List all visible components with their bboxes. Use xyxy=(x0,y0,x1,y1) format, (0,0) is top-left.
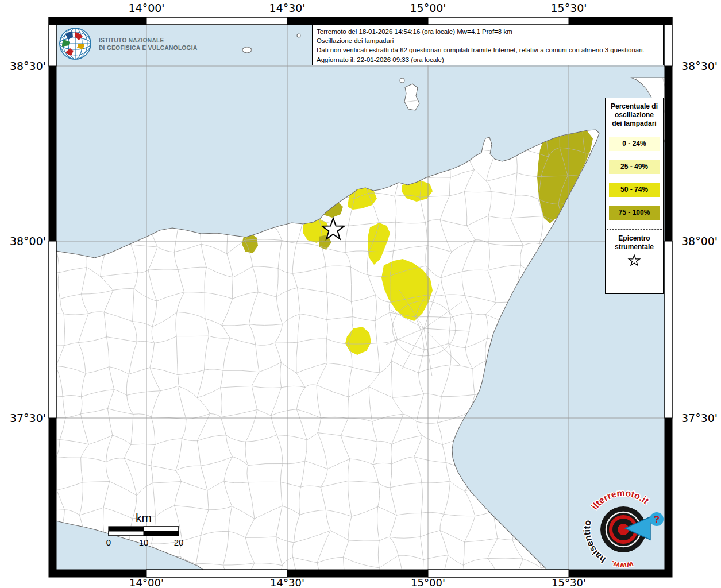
legend-swatch-75-100: 75 - 100% xyxy=(609,206,660,220)
scale-tick-20: 20 xyxy=(174,537,184,547)
ingv-title: ISTITUTO NAZIONALE DI GEOFISICA E VULCAN… xyxy=(99,37,198,52)
haisentitoilterremoto-icon: ? haisentito ilterremoto.it www. xyxy=(575,483,678,584)
ingv-logo-block: ISTITUTO NAZIONALE DI GEOFISICA E VULCAN… xyxy=(57,26,198,62)
legend: Percentuale di oscillazione dei lampadar… xyxy=(605,98,664,294)
info-box: Terremoto del 18-01-2026 14:54:16 (ora l… xyxy=(312,25,664,65)
info-line-event: Terremoto del 18-01-2026 14:54:16 (ora l… xyxy=(317,27,659,36)
scale-bar-graphic xyxy=(101,525,187,537)
axis-label-right-1: 38°30' xyxy=(681,60,721,72)
axis-label-left-1: 38°30' xyxy=(1,60,46,72)
haisentitoilterremoto-logo: ? haisentito ilterremoto.it www. xyxy=(575,483,678,584)
legend-swatch-25-49: 25 - 49% xyxy=(609,160,660,174)
scale-unit-label: km xyxy=(109,511,179,525)
axis-label-bottom-2: 14°30' xyxy=(270,577,304,588)
legend-title: Percentuale di oscillazione dei lampadar… xyxy=(609,102,660,128)
scale-ticks: 0 10 20 xyxy=(101,537,187,548)
star-icon xyxy=(627,254,642,268)
legend-swatch-50-74: 50 - 74% xyxy=(609,183,660,197)
scale-tick-0: 0 xyxy=(106,537,111,547)
axis-label-top-2: 14°30' xyxy=(269,2,305,14)
axis-label-right-2: 38°00' xyxy=(681,235,721,247)
question-mark: ? xyxy=(654,514,660,525)
axis-label-left-3: 37°30' xyxy=(1,412,46,424)
info-line-updated: Aggiornato il: 22-01-2026 09:33 (ora loc… xyxy=(317,55,659,64)
ingv-title-line2: DI GEOFISICA E VULCANOLOGIA xyxy=(99,44,198,52)
info-line-subject: Oscillazione dei lampadari xyxy=(317,36,659,45)
axis-label-left-2: 38°00' xyxy=(1,235,46,247)
ingv-title-line1: ISTITUTO NAZIONALE xyxy=(99,37,198,44)
legend-swatch-0-24: 0 - 24% xyxy=(609,137,660,151)
axis-label-top-3: 15°00' xyxy=(410,2,446,14)
info-line-disclaimer: Dati non verificati estratti da 62 quest… xyxy=(317,45,659,55)
axis-label-bottom-3: 15°00' xyxy=(411,577,445,588)
axis-label-top-1: 14°00' xyxy=(128,2,164,14)
svg-text:www.: www. xyxy=(610,559,635,570)
scale-bar: km 0 10 20 xyxy=(101,511,187,548)
axis-label-right-3: 37°30' xyxy=(681,412,721,424)
scale-tick-10: 10 xyxy=(139,537,149,547)
legend-separator xyxy=(607,229,662,230)
legend-epicenter-label: Epicentro strumentale xyxy=(611,234,657,252)
ingv-logo-icon xyxy=(57,26,94,62)
page: 14°00' 14°30' 15°00' 15°30' 14°00' 14°30… xyxy=(0,0,721,588)
watermark-text-www: www. xyxy=(610,559,635,570)
axis-label-top-4: 15°30' xyxy=(550,2,587,14)
axis-label-bottom-1: 14°00' xyxy=(129,577,164,588)
